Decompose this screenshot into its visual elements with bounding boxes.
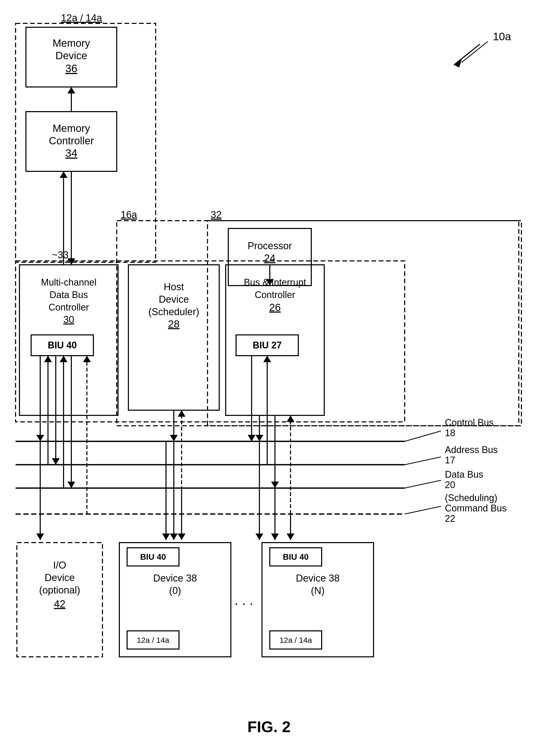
diagram-container: 12a / 14a Memory Device 36 Memory Contro… [0, 0, 538, 756]
data-bus-label2: 20 [445, 479, 455, 490]
io-device-ref: 42 [54, 598, 66, 609]
control-bus-label2: 18 [445, 428, 455, 438]
memory-controller-label2: Controller [49, 135, 94, 147]
svg-rect-0 [0, 0, 538, 756]
io-device-label3: (optional) [39, 585, 80, 596]
io-device-label1: I/O [53, 560, 66, 571]
bus-interrupt-label1: Bus & Interrupt [244, 277, 306, 288]
ref-33: ~33 [52, 249, 69, 260]
label-12a-14a-top: 12a / 14a [61, 13, 102, 23]
memory-device-label: Memory [53, 37, 90, 49]
multi-channel-label2: Data Bus [50, 289, 88, 300]
host-device-ref: 28 [168, 318, 180, 330]
device-38-N-label2: (N) [311, 585, 325, 596]
device-38-N-label1: Device 38 [296, 573, 340, 584]
address-bus-label2: 17 [445, 455, 455, 466]
io-device-label2: Device [45, 572, 75, 583]
data-bus-label1: Data Bus [445, 469, 483, 480]
memory-controller-ref: 34 [65, 147, 78, 159]
command-bus-label1: (Scheduling) [445, 492, 497, 503]
memory-device-ref: 36 [65, 62, 78, 75]
processor-ref: 24 [264, 252, 276, 264]
multi-channel-label3: Controller [48, 302, 89, 313]
host-device-label1: Host [164, 282, 184, 292]
label-32: 32 [211, 209, 222, 220]
label-16a: 16a [121, 209, 137, 220]
biu-40-dev0: BIU 40 [140, 552, 166, 562]
ellipsis: . . . [235, 593, 253, 608]
bus-interrupt-ref: 26 [269, 302, 281, 313]
command-bus-label3: 22 [445, 513, 455, 524]
figure-label: FIG. 2 [247, 718, 291, 735]
biu-40-devN: BIU 40 [283, 552, 309, 562]
device-38-0-label1: Device 38 [153, 573, 197, 584]
device-38-N-subref: 12a / 14a [279, 636, 312, 644]
bus-interrupt-label2: Controller [255, 289, 295, 300]
device-38-0-subref: 12a / 14a [137, 636, 169, 644]
multi-channel-label1: Multi-channel [41, 277, 96, 288]
multi-channel-ref: 30 [63, 314, 74, 325]
control-bus-label1: Control Bus [445, 417, 494, 428]
address-bus-label1: Address Bus [445, 444, 498, 455]
memory-device-label2: Device [56, 50, 87, 61]
ref-10a: 10a [493, 31, 511, 42]
device-38-0-label2: (0) [169, 585, 181, 596]
host-device-label2: Device [159, 294, 189, 305]
memory-controller-label: Memory [53, 123, 90, 134]
host-device-label3: (Scheduler) [148, 306, 199, 317]
command-bus-label2: Command Bus [445, 503, 507, 514]
processor-label: Processor [247, 240, 292, 251]
biu-40-main: BIU 40 [48, 340, 77, 350]
biu-27: BIU 27 [253, 340, 282, 350]
